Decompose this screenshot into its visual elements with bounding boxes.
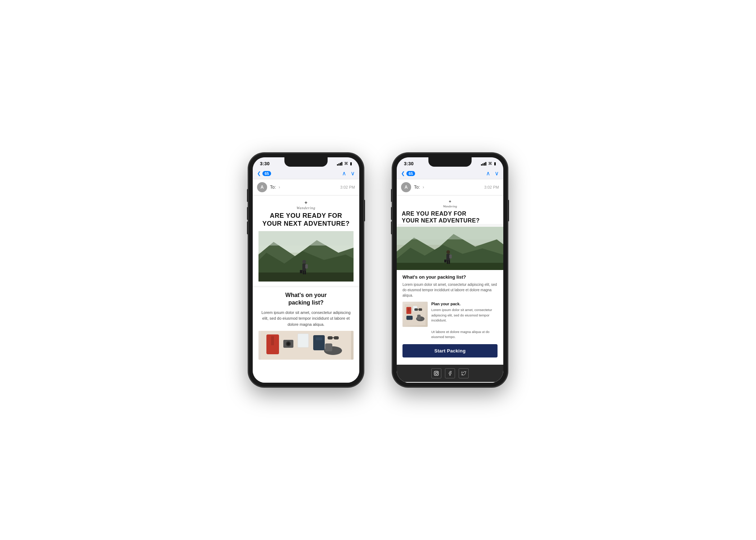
email-body-right: ✦ Wandering ARE YOU READY FOR YOUR NEXT … xyxy=(397,195,503,383)
mail-header-left: ❮ 65 ∧ ∨ xyxy=(253,168,359,179)
mail-from-right-section: A To: › xyxy=(401,182,424,192)
hero-top-right: ✦ Wandering ARE YOU READY FOR YOUR NEXT … xyxy=(397,195,503,224)
hero-image-right xyxy=(397,227,503,270)
battery-icon-right: ▮ xyxy=(494,161,496,166)
svg-rect-34 xyxy=(449,255,452,258)
footer-light-right: Manage Preferences | Unsubscribe | Priva… xyxy=(397,382,503,383)
logo-text-right: Wandering xyxy=(443,204,457,208)
svg-point-33 xyxy=(446,250,450,254)
svg-rect-40 xyxy=(408,308,410,312)
svg-point-17 xyxy=(287,342,290,345)
svg-rect-22 xyxy=(325,343,332,351)
svg-rect-44 xyxy=(417,315,421,320)
logo-text-left: Wandering xyxy=(297,206,316,210)
svg-rect-9 xyxy=(303,271,304,274)
svg-rect-46 xyxy=(419,309,422,311)
svg-rect-31 xyxy=(397,227,503,239)
nav-down-left[interactable]: ∨ xyxy=(351,170,355,177)
svg-point-50 xyxy=(437,372,438,373)
mail-from-right: A To: › 3:02 PM xyxy=(397,179,503,195)
svg-rect-24 xyxy=(334,336,339,339)
packing-section-left: What's on yourpacking list? Lorem ipsum … xyxy=(253,287,359,364)
svg-point-7 xyxy=(302,260,306,264)
phone-right: 3:30 ⌘ ▮ ❮ 65 ∧ ∨ xyxy=(392,153,508,387)
email-scroll-left[interactable]: ✦ Wandering ARE YOU READY FOR YOUR NEXT … xyxy=(253,195,359,383)
back-chevron-right[interactable]: ❮ xyxy=(401,171,405,176)
svg-rect-20 xyxy=(316,337,322,340)
mail-back-right[interactable]: ❮ 65 xyxy=(401,171,415,176)
plan-title-right: Plan your pack. xyxy=(431,302,498,306)
from-arrow-left: › xyxy=(279,185,280,190)
notch-left xyxy=(284,157,328,167)
svg-rect-10 xyxy=(305,271,306,274)
nav-down-right[interactable]: ∨ xyxy=(495,170,499,177)
plan-item-img-right xyxy=(402,302,428,327)
mail-nav-left: ∧ ∨ xyxy=(342,170,355,177)
mail-from-left: A To: › 3:02 PM xyxy=(253,179,359,195)
mountain-svg-left xyxy=(258,231,354,282)
email-content-left: ✦ Wandering ARE YOU READY FOR YOUR NEXT … xyxy=(253,195,359,364)
nav-up-right[interactable]: ∧ xyxy=(486,170,490,177)
to-label-left: To: xyxy=(270,185,276,190)
mail-header-right: ❮ 65 ∧ ∨ xyxy=(397,168,503,179)
facebook-icon[interactable] xyxy=(445,368,455,378)
logo-sun-left: ✦ xyxy=(304,200,309,206)
to-label-right: To: xyxy=(414,185,420,190)
status-icons-right: ⌘ ▮ xyxy=(481,161,496,166)
instagram-icon[interactable] xyxy=(431,368,441,378)
svg-rect-14 xyxy=(271,336,274,345)
email-scroll-right[interactable]: ✦ Wandering ARE YOU READY FOR YOUR NEXT … xyxy=(397,195,503,383)
hero-image-left xyxy=(258,231,354,282)
signal-icon-right xyxy=(481,162,486,166)
svg-rect-42 xyxy=(406,316,413,320)
back-chevron-left[interactable]: ❮ xyxy=(257,171,261,176)
brand-logo-left: ✦ Wandering xyxy=(253,195,359,212)
mail-back-left[interactable]: ❮ 65 xyxy=(257,171,271,176)
email-content-right: ✦ Wandering ARE YOU READY FOR YOUR NEXT … xyxy=(397,195,503,383)
hero-section-left: ARE YOU READY FOR YOUR NEXT ADVENTURE? xyxy=(253,212,359,286)
mail-from-left-section: A To: › xyxy=(257,182,280,192)
mail-badge-right[interactable]: 65 xyxy=(406,171,415,176)
svg-rect-8 xyxy=(305,264,308,269)
wifi-icon-right: ⌘ xyxy=(488,161,492,166)
avatar-right: A xyxy=(401,182,411,192)
svg-rect-45 xyxy=(414,309,418,311)
wifi-icon-left: ⌘ xyxy=(344,161,348,166)
gear-image-left xyxy=(258,331,354,360)
plan-desc1-right: Lorem ipsum dolor sit amet, consectetur … xyxy=(431,307,498,323)
svg-rect-36 xyxy=(449,260,450,264)
phone-left: 3:30 ⌘ ▮ ❮ 65 ∧ ∨ xyxy=(248,153,364,387)
plan-item-right: Plan your pack. Lorem ipsum dolor sit am… xyxy=(402,302,498,339)
mail-nav-right: ∧ ∨ xyxy=(486,170,499,177)
svg-rect-11 xyxy=(300,270,302,273)
svg-rect-37 xyxy=(444,260,446,262)
status-time-right: 3:30 xyxy=(404,161,414,166)
packing-title-left: What's on yourpacking list? xyxy=(258,292,354,307)
from-arrow-right: › xyxy=(423,185,424,190)
svg-rect-18 xyxy=(298,334,309,347)
packing-section-title-right: What's on your packing list? xyxy=(402,274,498,280)
notch-right xyxy=(428,157,472,167)
packing-text-left: Lorem ipsum dolor sit amet, consectetur … xyxy=(258,310,354,328)
plan-item-text-right: Plan your pack. Lorem ipsum dolor sit am… xyxy=(431,302,498,339)
nav-up-left[interactable]: ∧ xyxy=(342,170,346,177)
svg-rect-5 xyxy=(258,231,354,246)
hero-headline-right: ARE YOU READY FOR YOUR NEXT ADVENTURE? xyxy=(402,210,498,224)
svg-rect-35 xyxy=(447,260,448,264)
mail-time-right: 3:02 PM xyxy=(484,185,499,189)
plan-desc2-right: Ut labore et dolore magna aliqua ut do e… xyxy=(431,329,498,340)
svg-point-49 xyxy=(435,372,437,374)
status-icons-left: ⌘ ▮ xyxy=(337,161,352,166)
mail-badge-left[interactable]: 65 xyxy=(262,171,271,176)
footer-dark-right xyxy=(397,365,503,382)
plan-section-right: What's on your packing list? Lorem ipsum… xyxy=(397,270,503,364)
avatar-left: A xyxy=(257,182,267,192)
svg-rect-23 xyxy=(328,336,333,339)
twitter-icon[interactable] xyxy=(459,368,469,378)
mail-time-left: 3:02 PM xyxy=(340,185,355,189)
hero-headline-left: ARE YOU READY FOR YOUR NEXT ADVENTURE? xyxy=(258,212,354,228)
signal-icon-left xyxy=(337,162,342,166)
svg-rect-48 xyxy=(434,371,438,375)
cta-button-right[interactable]: Start Packing xyxy=(402,344,498,357)
battery-icon-left: ▮ xyxy=(350,161,352,166)
